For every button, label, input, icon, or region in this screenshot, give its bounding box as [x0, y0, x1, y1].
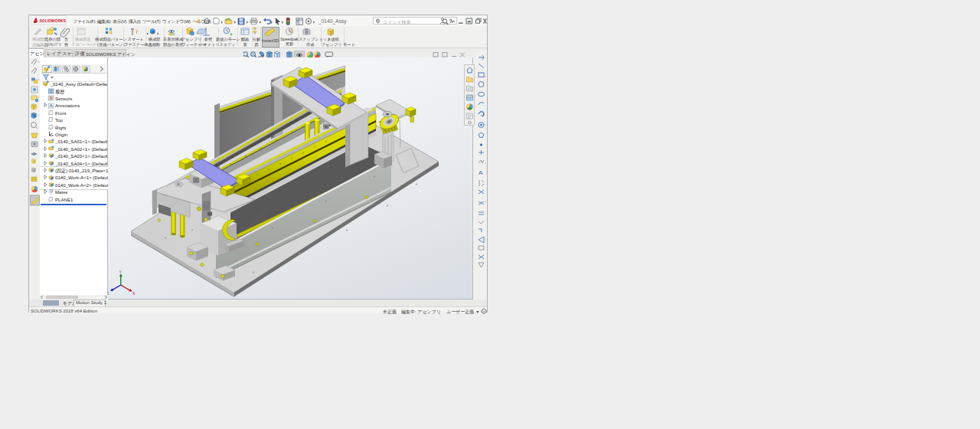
svg-text:Y: Y — [119, 270, 122, 274]
svg-text:SOLIDWORKS: SOLIDWORKS — [40, 18, 67, 23]
svg-text:A: A — [50, 103, 53, 108]
svg-text:?: ? — [449, 18, 452, 25]
svg-text:X: X — [132, 291, 136, 296]
svg-text:A: A — [479, 169, 483, 176]
svg-text:Z: Z — [108, 291, 109, 296]
